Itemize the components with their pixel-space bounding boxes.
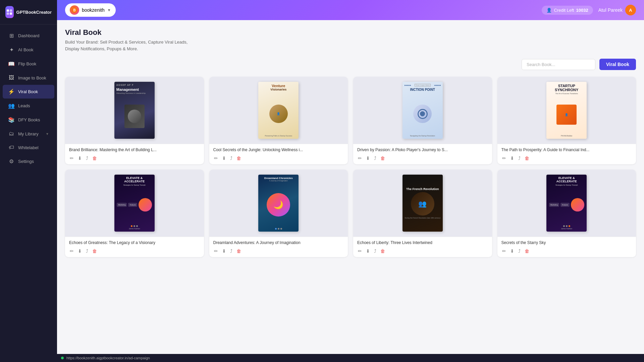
download-button-6[interactable]: ⬇ (221, 248, 227, 254)
download-button-5[interactable]: ⬇ (77, 248, 83, 254)
delete-button-5[interactable]: 🗑 (92, 248, 98, 254)
download-button-4[interactable]: ⬇ (509, 155, 515, 162)
edit-button-7[interactable]: ✏ (357, 248, 363, 254)
book-cover-7: The French Revolution 👥 During the Frenc… (353, 170, 492, 237)
whitelabel-icon: 🏷 (8, 144, 15, 150)
sidebar-item-dashboard[interactable]: ⊞ Dashboard (3, 29, 54, 43)
page-actions: Viral Book (65, 59, 636, 70)
workspace-dropdown-icon: ▼ (107, 8, 111, 12)
edit-button-5[interactable]: ✏ (69, 248, 74, 254)
dashboard-icon: ⊞ (8, 33, 15, 39)
book-cover-2: Venture Visionaries 👤 Pioneering Paths t… (209, 77, 348, 144)
sidebar-item-viral-book[interactable]: ⚡ Viral Book (3, 85, 54, 99)
table-row: STARTUPSYNCHRONY The Art of Success Tran… (497, 77, 636, 164)
sidebar-item-leads[interactable]: 👥 Leads (3, 99, 54, 113)
edit-button-2[interactable]: ✏ (213, 155, 219, 162)
sidebar-item-dfy-books[interactable]: 📚 DFY Books (3, 113, 54, 127)
topbar: B bookzenith ▼ 👤 Credit Left 10032 Atul … (57, 0, 644, 20)
book-cover-5: ELEVATE &ACCELERATE Strategies for Start… (65, 170, 204, 237)
status-bar: https://bookzenith.aigptbookcreator.in/a… (57, 354, 644, 362)
download-button-3[interactable]: ⬇ (365, 155, 371, 162)
share-button-5[interactable]: ⤴ (85, 248, 89, 254)
share-button-4[interactable]: ⤴ (518, 155, 521, 162)
download-button-8[interactable]: ⬇ (509, 248, 515, 254)
book-title-3: Driven by Passion: A Ploko Player's Jour… (357, 147, 488, 152)
table-row: AGSDF AF F Management Attracting Success… (65, 77, 204, 164)
topbar-right: 👤 Credit Left 10032 Atul Pareek A (542, 5, 636, 15)
book-title-6: Dreamland Adventures: A Journey of Imagi… (213, 240, 344, 245)
delete-button-2[interactable]: 🗑 (236, 155, 242, 162)
delete-button-3[interactable]: 🗑 (380, 155, 386, 162)
delete-button-1[interactable]: 🗑 (92, 155, 98, 162)
workspace-name: bookzenith (82, 7, 105, 13)
main-area: B bookzenith ▼ 👤 Credit Left 10032 Atul … (57, 0, 644, 362)
search-input[interactable] (522, 59, 595, 70)
book-actions-4: ✏ ⬇ ⤴ 🗑 (501, 155, 632, 162)
sidebar-label-dashboard: Dashboard (18, 33, 40, 38)
share-button-2[interactable]: ⤴ (229, 155, 233, 162)
chevron-down-icon: ▼ (46, 132, 49, 136)
share-button-1[interactable]: ⤴ (85, 155, 89, 162)
book-cover-1: AGSDF AF F Management Attracting Success… (65, 77, 204, 144)
sidebar: GPTBookCreator ⊞ Dashboard ✦ AI Book 📖 F… (0, 0, 57, 362)
my-library-icon: 🗂 (8, 131, 15, 137)
book-cover-3: ▶▶▶▶▶ Your Logo Here ◀◀◀◀◀ INCTION POINT (353, 77, 492, 144)
book-info-4: The Path to Prosperity: A Guide to Finan… (497, 144, 636, 164)
sidebar-item-my-library[interactable]: 🗂 My Library ▼ (3, 127, 54, 140)
leads-icon: 👥 (8, 103, 15, 109)
sidebar-item-whitelabel[interactable]: 🏷 Whitelabel (3, 141, 54, 154)
share-button-8[interactable]: ⤴ (518, 248, 521, 254)
credit-badge: 👤 Credit Left 10032 (542, 6, 593, 15)
sidebar-label-my-library: My Library (18, 131, 39, 136)
book-title-8: Secrets of the Starry Sky (501, 240, 632, 245)
share-button-6[interactable]: ⤴ (229, 248, 233, 254)
user-info: Atul Pareek A (598, 5, 636, 15)
delete-button-6[interactable]: 🗑 (236, 248, 242, 254)
book-title-4: The Path to Prosperity: A Guide to Finan… (501, 147, 632, 152)
flip-book-icon: 📖 (8, 61, 15, 67)
workspace-selector[interactable]: B bookzenith ▼ (65, 3, 116, 17)
sidebar-label-whitelabel: Whitelabel (18, 145, 39, 150)
table-row: The French Revolution 👥 During the Frenc… (353, 170, 492, 257)
delete-button-4[interactable]: 🗑 (524, 155, 530, 162)
avatar: A (625, 5, 636, 15)
viral-book-icon: ⚡ (8, 88, 15, 95)
svg-text:B: B (73, 8, 75, 12)
edit-button-1[interactable]: ✏ (69, 155, 74, 162)
app-logo[interactable]: GPTBookCreator (0, 0, 57, 24)
page-title: Viral Book (65, 28, 636, 37)
download-button-2[interactable]: ⬇ (221, 155, 227, 162)
table-row: Venture Visionaries 👤 Pioneering Paths t… (209, 77, 348, 164)
book-info-8: Secrets of the Starry Sky ✏ ⬇ ⤴ 🗑 (497, 237, 636, 257)
subtitle-line1: Build Your Brand: Sell Product & Service… (65, 40, 187, 45)
book-cover-4: STARTUPSYNCHRONY The Art of Success Tran… (497, 77, 636, 144)
edit-button-4[interactable]: ✏ (501, 155, 507, 162)
edit-button-3[interactable]: ✏ (357, 155, 363, 162)
book-info-3: Driven by Passion: A Ploko Player's Jour… (353, 144, 492, 164)
table-row: ▶▶▶▶▶ Your Logo Here ◀◀◀◀◀ INCTION POINT (353, 77, 492, 164)
share-button-3[interactable]: ⤴ (373, 155, 377, 162)
status-indicator (61, 357, 64, 359)
download-button-1[interactable]: ⬇ (77, 155, 83, 162)
table-row: ELEVATE &ACCELERATE Strategies for Start… (65, 170, 204, 257)
sidebar-item-ai-book[interactable]: ✦ AI Book (3, 43, 54, 57)
sidebar-label-image-to-book: Image to Book (18, 75, 46, 80)
book-cover-8: ELEVATE &ACCELERATE Strategies for Start… (497, 170, 636, 237)
book-info-6: Dreamland Adventures: A Journey of Imagi… (209, 237, 348, 257)
sidebar-item-settings[interactable]: ⚙ Settings (3, 155, 54, 168)
sidebar-label-ai-book: AI Book (18, 47, 34, 52)
delete-button-8[interactable]: 🗑 (524, 248, 530, 254)
svg-rect-3 (10, 12, 12, 15)
page-content: Viral Book Build Your Brand: Sell Produc… (57, 20, 644, 354)
edit-button-6[interactable]: ✏ (213, 248, 219, 254)
viral-book-button[interactable]: Viral Book (599, 59, 636, 70)
credit-label: Credit Left (554, 8, 574, 13)
edit-button-8[interactable]: ✏ (501, 248, 507, 254)
status-url: https://bookzenith.aigptbookcreator.in/a… (66, 356, 150, 360)
download-button-7[interactable]: ⬇ (365, 248, 371, 254)
delete-button-7[interactable]: 🗑 (380, 248, 386, 254)
sidebar-item-flip-book[interactable]: 📖 Flip Book (3, 57, 54, 71)
share-button-7[interactable]: ⤴ (373, 248, 377, 254)
sidebar-item-image-to-book[interactable]: 🖼 Image to Book (3, 71, 54, 84)
settings-icon: ⚙ (8, 158, 15, 165)
